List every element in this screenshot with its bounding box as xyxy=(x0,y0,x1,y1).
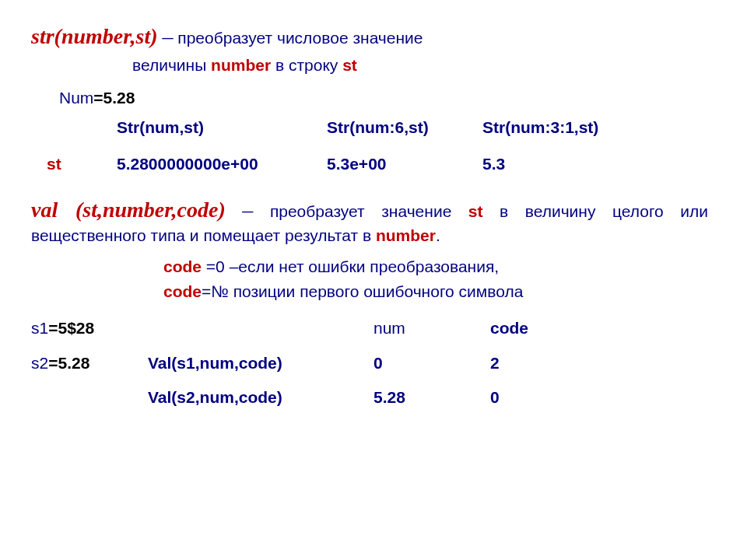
r2-num: 5.28 xyxy=(374,387,490,408)
s2-val: 5.28 xyxy=(58,354,89,372)
cell-2: 5.3e+00 xyxy=(327,153,482,175)
text: . xyxy=(436,226,440,244)
str-desc-line2: величины number в строку st xyxy=(132,54,716,76)
r1-num: 0 xyxy=(374,352,490,374)
text: =0 –если нет ошибки преобразования, xyxy=(202,257,499,275)
call-1: Val(s1,num,code) xyxy=(148,352,374,374)
num-assign: Num=5.28 xyxy=(59,87,716,109)
text: величины xyxy=(132,56,211,74)
kw-st: st xyxy=(468,202,483,220)
str-func-name: str(number,st) xyxy=(31,24,158,48)
dash: – xyxy=(242,198,253,222)
text: =№ позиции первого ошибочного символа xyxy=(202,282,523,300)
eq: = xyxy=(48,319,58,337)
dash: – xyxy=(162,24,173,48)
r1-code: 2 xyxy=(490,352,584,374)
num-val: 5.28 xyxy=(103,89,135,107)
text: преобразует значение xyxy=(270,202,468,220)
row-label-st: st xyxy=(47,153,117,175)
val-section: val (st,number,code) – преобразует значе… xyxy=(31,195,716,408)
num-hdr: num xyxy=(374,317,490,339)
s1-label: s1 xyxy=(31,319,48,337)
text: в строку xyxy=(271,56,342,74)
s1-assign: s1=5$28 xyxy=(31,317,148,339)
eq: = xyxy=(93,89,103,107)
str-heading: str(number,st) – преобразует числовое зн… xyxy=(31,22,716,51)
code-hdr: code xyxy=(490,317,584,339)
kw-number: number xyxy=(376,226,436,244)
s1-val: 5$28 xyxy=(58,319,94,337)
code-line-2: сode=№ позиции первого ошибочного символ… xyxy=(163,279,716,304)
code-line-1: сode =0 –если нет ошибки преобразования, xyxy=(163,254,716,279)
str-desc-1: преобразует числовое значение xyxy=(177,29,423,47)
code-explain: сode =0 –если нет ошибки преобразования,… xyxy=(163,254,716,303)
val-table: s1=5$28 num code s2=5.28 Val(s1,num,code… xyxy=(31,317,716,408)
kw-code: сode xyxy=(163,282,202,300)
kw-code: сode xyxy=(163,257,202,275)
cell-3: 5.3 xyxy=(482,153,638,175)
kw-number: number xyxy=(211,56,271,74)
col-hdr-1: Str(num,st) xyxy=(117,117,327,138)
s2-assign: s2=5.28 xyxy=(31,352,148,374)
call-2: Val(s2,num,code) xyxy=(148,387,374,408)
num-label: Num xyxy=(59,89,93,107)
kw-st: st xyxy=(342,56,357,74)
val-heading-block: val (st,number,code) – преобразует значе… xyxy=(31,195,708,247)
cell-1: 5.2800000000e+00 xyxy=(117,153,327,175)
r2-code: 0 xyxy=(490,387,584,408)
val-func-name: val (st,number,code) xyxy=(31,198,226,222)
s2-label: s2 xyxy=(31,354,48,372)
eq: = xyxy=(48,354,58,372)
col-hdr-3: Str(num:3:1,st) xyxy=(482,117,638,138)
col-hdr-2: Str(num:6,st) xyxy=(327,117,482,138)
str-table: Str(num,st) Str(num:6,st) Str(num:3:1,st… xyxy=(47,117,716,175)
